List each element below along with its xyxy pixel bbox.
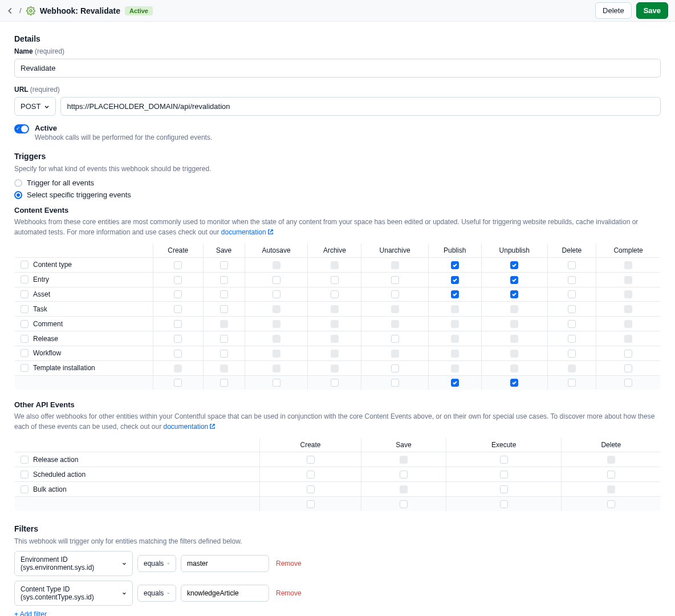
- checkbox[interactable]: [220, 290, 228, 298]
- method-select[interactable]: POST: [14, 97, 56, 116]
- radio-specific[interactable]: [14, 191, 22, 199]
- checkbox[interactable]: [500, 500, 508, 508]
- topbar-left: / Webhook: Revalidate Active: [6, 6, 153, 15]
- checkbox[interactable]: [391, 364, 399, 372]
- checkbox[interactable]: [400, 471, 408, 479]
- checkbox[interactable]: [21, 335, 29, 343]
- checkbox[interactable]: [220, 379, 228, 387]
- checkbox[interactable]: [273, 276, 280, 284]
- table-row: Asset: [15, 287, 661, 302]
- col-header: Create: [260, 438, 361, 452]
- checkbox: [331, 305, 339, 313]
- checkbox[interactable]: [451, 276, 459, 284]
- name-input[interactable]: [14, 59, 661, 78]
- checkbox[interactable]: [220, 276, 228, 284]
- filter-remove-link[interactable]: Remove: [276, 560, 302, 568]
- checkbox[interactable]: [391, 276, 399, 284]
- checkbox[interactable]: [21, 290, 29, 298]
- checkbox[interactable]: [21, 485, 29, 493]
- checkbox[interactable]: [624, 350, 632, 358]
- filters-heading: Filters: [14, 524, 661, 533]
- checkbox[interactable]: [500, 471, 508, 479]
- checkbox[interactable]: [510, 290, 518, 298]
- checkbox[interactable]: [568, 276, 576, 284]
- gear-icon: [26, 6, 35, 15]
- checkbox[interactable]: [220, 261, 228, 269]
- checkbox[interactable]: [391, 379, 399, 387]
- checkbox[interactable]: [500, 485, 508, 493]
- checkbox[interactable]: [624, 379, 632, 387]
- checkbox[interactable]: [510, 379, 518, 387]
- checkbox[interactable]: [307, 456, 315, 464]
- url-input[interactable]: [60, 97, 661, 116]
- checkbox[interactable]: [331, 379, 339, 387]
- radio-all[interactable]: [14, 179, 22, 187]
- checkbox[interactable]: [174, 276, 182, 284]
- checkbox[interactable]: [174, 379, 182, 387]
- filter-value-input[interactable]: [181, 585, 269, 602]
- triggers-heading: Triggers: [14, 152, 661, 161]
- other-events-doc-link[interactable]: documentation: [164, 423, 216, 431]
- checkbox[interactable]: [500, 456, 508, 464]
- checkbox[interactable]: [174, 305, 182, 313]
- checkbox[interactable]: [568, 350, 576, 358]
- filter-op-select[interactable]: equals: [137, 555, 176, 572]
- checkbox[interactable]: [568, 290, 576, 298]
- checkbox[interactable]: [607, 500, 615, 508]
- trigger-all-row[interactable]: Trigger for all events: [14, 179, 661, 187]
- back-arrow-icon[interactable]: [6, 6, 15, 15]
- checkbox[interactable]: [451, 261, 459, 269]
- checkbox[interactable]: [510, 276, 518, 284]
- delete-button[interactable]: Delete: [595, 2, 632, 19]
- checkbox[interactable]: [307, 500, 315, 508]
- checkbox[interactable]: [624, 364, 632, 372]
- filter-field-select[interactable]: Content Type ID (sys.contentType.sys.id): [14, 581, 133, 606]
- checkbox[interactable]: [273, 290, 280, 298]
- checkbox[interactable]: [568, 261, 576, 269]
- checkbox[interactable]: [451, 379, 459, 387]
- checkbox[interactable]: [510, 261, 518, 269]
- row-label: Comment: [33, 320, 63, 328]
- checkbox[interactable]: [568, 320, 576, 328]
- checkbox[interactable]: [21, 320, 29, 328]
- checkbox[interactable]: [568, 335, 576, 343]
- checkbox[interactable]: [220, 350, 228, 358]
- active-toggle[interactable]: ✓: [14, 124, 29, 133]
- checkbox[interactable]: [220, 305, 228, 313]
- checkbox[interactable]: [21, 456, 29, 464]
- checkbox[interactable]: [568, 305, 576, 313]
- filter-field-select[interactable]: Environment ID (sys.environment.sys.id): [14, 551, 133, 576]
- filter-remove-link[interactable]: Remove: [276, 589, 302, 597]
- checkbox[interactable]: [21, 471, 29, 479]
- filter-op-select[interactable]: equals: [137, 585, 176, 602]
- checkbox[interactable]: [331, 276, 339, 284]
- checkbox[interactable]: [174, 320, 182, 328]
- content-events-doc-link[interactable]: documentation: [221, 228, 274, 236]
- checkbox[interactable]: [451, 290, 459, 298]
- checkbox[interactable]: [400, 500, 408, 508]
- checkbox[interactable]: [391, 290, 399, 298]
- checkbox[interactable]: [331, 290, 339, 298]
- checkbox[interactable]: [568, 379, 576, 387]
- filter-value-input[interactable]: [181, 555, 269, 572]
- checkbox[interactable]: [21, 305, 29, 313]
- checkbox[interactable]: [220, 335, 228, 343]
- checkbox[interactable]: [21, 261, 29, 269]
- checkbox[interactable]: [174, 335, 182, 343]
- checkbox[interactable]: [174, 261, 182, 269]
- trigger-specific-row[interactable]: Select specific triggering events: [14, 191, 661, 199]
- checkbox: [510, 364, 518, 372]
- checkbox[interactable]: [307, 471, 315, 479]
- checkbox[interactable]: [21, 364, 29, 372]
- checkbox[interactable]: [273, 379, 280, 387]
- checkbox[interactable]: [174, 290, 182, 298]
- checkbox[interactable]: [174, 350, 182, 358]
- checkbox[interactable]: [307, 485, 315, 493]
- checkbox[interactable]: [21, 275, 29, 283]
- filters-sub: This webhook will trigger only for entit…: [14, 537, 661, 545]
- add-filter-link[interactable]: + Add filter: [14, 610, 661, 616]
- checkbox[interactable]: [607, 471, 615, 479]
- checkbox[interactable]: [391, 335, 399, 343]
- checkbox[interactable]: [21, 349, 29, 357]
- save-button[interactable]: Save: [636, 2, 668, 19]
